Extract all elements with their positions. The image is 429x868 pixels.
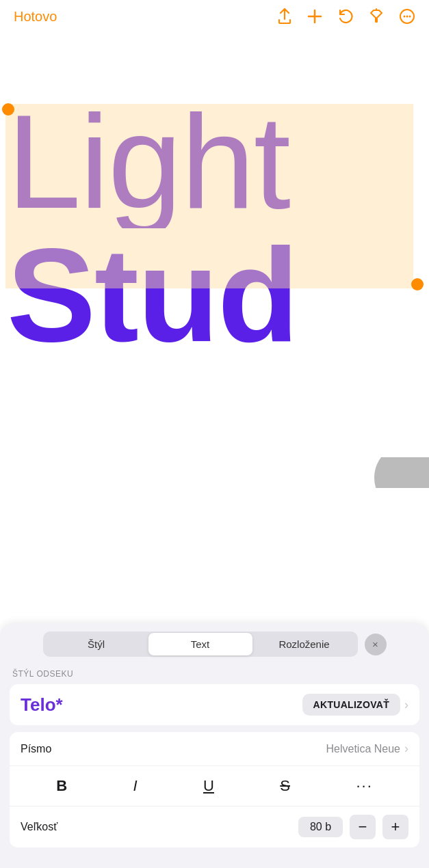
chevron-right-icon: › (404, 698, 408, 712)
strikethrough-button[interactable]: S (273, 774, 297, 798)
done-button[interactable]: Hotovo (14, 9, 57, 25)
undo-icon[interactable] (337, 9, 354, 24)
partial-element (367, 457, 429, 488)
bold-button[interactable]: B (49, 774, 74, 798)
tab-styl[interactable]: Štýl (44, 633, 148, 655)
style-row: B I U S ··· (10, 766, 419, 806)
add-icon[interactable] (307, 9, 322, 24)
svg-point-3 (406, 16, 408, 18)
size-increase-button[interactable]: + (382, 815, 408, 839)
tab-rozlozenie[interactable]: Rozloženie (252, 633, 356, 655)
pin-icon[interactable] (369, 8, 384, 25)
canvas-area: Light Stud (0, 30, 429, 488)
share-icon[interactable] (277, 8, 292, 25)
font-row[interactable]: Písmo Helvetica Neue › (10, 732, 419, 766)
toolbar-left: Hotovo (14, 9, 57, 25)
size-row: Veľkosť 80 b − + (10, 806, 419, 847)
underline-button[interactable]: U (196, 774, 221, 798)
font-label: Písmo (21, 743, 51, 755)
font-value-wrap: Helvetica Neue › (326, 742, 409, 756)
tab-text[interactable]: Text (148, 633, 252, 655)
svg-point-2 (404, 16, 406, 18)
tab-group: Štýl Text Rozloženie (43, 632, 358, 657)
close-icon: × (372, 638, 378, 650)
more-icon[interactable] (399, 8, 415, 25)
selection-box (5, 104, 413, 288)
size-value: 80 b (298, 817, 343, 837)
font-card: Písmo Helvetica Neue › B I U S ··· Veľko… (10, 732, 419, 847)
tab-strip: Štýl Text Rozloženie × (0, 623, 429, 664)
svg-point-4 (409, 16, 411, 18)
font-value: Helvetica Neue (326, 743, 401, 755)
paragraph-style-name: Telo* (21, 694, 63, 716)
update-btn-wrap: AKTUALIZOVAŤ › (302, 694, 408, 716)
bottom-panel: Štýl Text Rozloženie × ŠTÝL ODSEKU Telo*… (0, 623, 429, 868)
font-chevron-right-icon: › (404, 742, 408, 756)
italic-button[interactable]: I (127, 774, 144, 798)
update-button[interactable]: AKTUALIZOVAŤ (302, 694, 400, 716)
paragraph-style-card: Telo* AKTUALIZOVAŤ › (10, 684, 419, 725)
section-paragraph-label: ŠTÝL ODSEKU (0, 664, 429, 681)
size-label: Veľkosť (21, 821, 57, 833)
more-styles-button[interactable]: ··· (349, 774, 379, 798)
size-controls: 80 b − + (298, 815, 408, 839)
paragraph-style-row: Telo* AKTUALIZOVAŤ › (10, 684, 419, 725)
toolbar-icons (277, 8, 415, 25)
selection-handle-br[interactable] (411, 278, 424, 290)
close-button[interactable]: × (365, 634, 387, 655)
size-decrease-button[interactable]: − (350, 815, 376, 839)
toolbar: Hotovo (0, 0, 429, 30)
selection-handle-tl[interactable] (2, 103, 14, 116)
